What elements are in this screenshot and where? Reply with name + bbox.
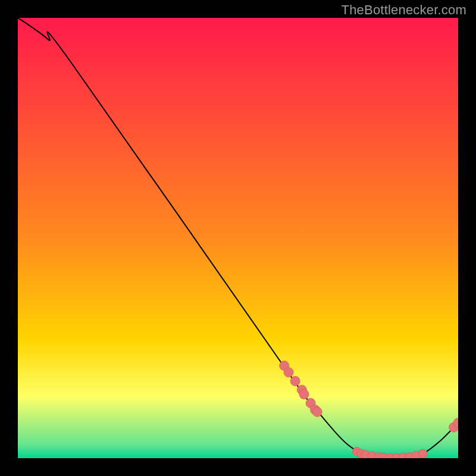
data-marker xyxy=(299,390,309,399)
data-marker xyxy=(290,376,300,386)
watermark-label: TheBottlenecker.com xyxy=(342,2,466,18)
gradient-background xyxy=(18,18,458,458)
plot-svg xyxy=(18,18,458,458)
plot-area xyxy=(18,18,458,458)
chart-stage: TheBottlenecker.com xyxy=(0,0,476,476)
data-marker xyxy=(418,449,427,458)
data-marker xyxy=(312,407,322,416)
data-marker xyxy=(284,368,293,377)
